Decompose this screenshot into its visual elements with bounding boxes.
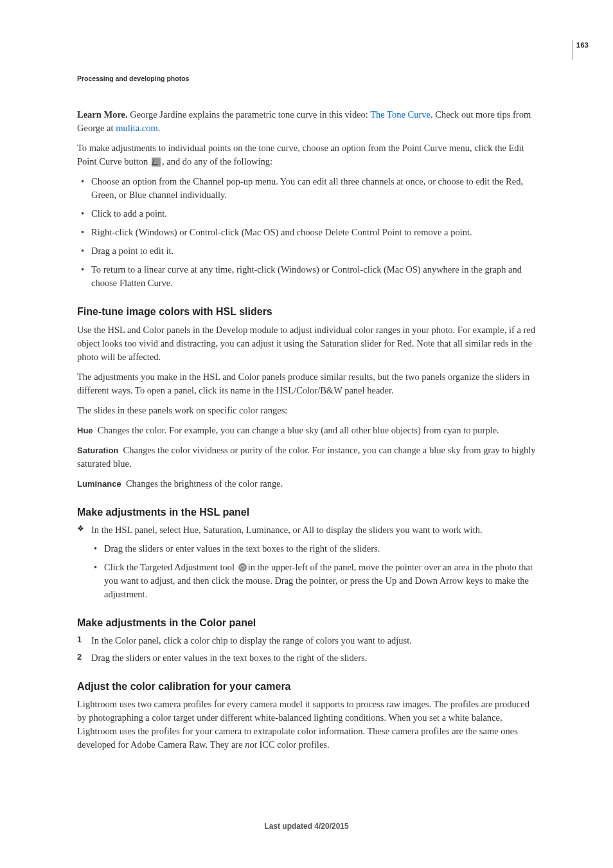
list-item: In the HSL panel, select Hue, Saturation… (77, 523, 536, 537)
color-panel-heading: Make adjustments in the Color panel (77, 615, 536, 630)
hsl-panel-sub-bullets: Drag the sliders or enter values in the … (90, 542, 536, 601)
def-desc-luminance: Changes the brightness of the color rang… (126, 478, 283, 489)
def-desc-hue: Changes the color. For example, you can … (98, 425, 499, 435)
calibration-not: not (245, 739, 257, 750)
point-curve-intro: To make adjustments to individual points… (77, 141, 536, 168)
step-text: In the Color panel, click a color chip t… (91, 635, 412, 646)
page-number: 163 (572, 40, 589, 60)
def-term-saturation: Saturation (77, 446, 118, 455)
hsl-panel-steps: In the HSL panel, select Hue, Saturation… (77, 523, 536, 537)
mulita-link[interactable]: mulita.com (116, 123, 158, 133)
list-item: Choose an option from the Channel pop-up… (77, 175, 536, 202)
step-text: Drag the sliders or enter values in the … (91, 653, 367, 663)
step-number: 1 (77, 634, 82, 646)
hsl-p1: Use the HSL and Color panels in the Deve… (77, 323, 536, 364)
page-content: Processing and developing photos Learn M… (0, 0, 613, 752)
list-item: 2Drag the sliders or enter values in the… (77, 651, 536, 665)
breadcrumb: Processing and developing photos (77, 74, 536, 84)
learn-more-paragraph: Learn More. George Jardine explains the … (77, 108, 536, 135)
list-item: Drag the sliders or enter values in the … (90, 542, 536, 556)
color-panel-steps: 1In the Color panel, click a color chip … (77, 634, 536, 665)
step-number: 2 (77, 651, 82, 664)
def-desc-saturation: Changes the color vividness or purity of… (77, 445, 535, 469)
tone-curve-link[interactable]: The Tone Curve (370, 109, 431, 120)
targeted-adjustment-icon (238, 563, 247, 572)
list-item: Drag a point to edit it. (77, 244, 536, 258)
learn-more-label: Learn More. (77, 109, 128, 120)
def-hue: Hue Changes the color. For example, you … (77, 424, 536, 437)
def-term-hue: Hue (77, 426, 93, 435)
calibration-paragraph: Lightroom uses two camera profiles for e… (77, 698, 536, 752)
last-updated-footer: Last updated 4/20/2015 (0, 821, 613, 832)
calibration-text-after: ICC color profiles. (257, 739, 330, 750)
hsl-heading: Fine-tune image colors with HSL sliders (77, 304, 536, 319)
point-curve-text-before: To make adjustments to individual points… (77, 143, 524, 167)
hsl-p3: The slides in these panels work on speci… (77, 404, 536, 417)
def-term-luminance: Luminance (77, 479, 121, 489)
list-item: To return to a linear curve at any time,… (77, 263, 536, 290)
def-saturation: Saturation Changes the color vividness o… (77, 444, 536, 471)
list-item: Click to add a point. (77, 207, 536, 221)
edit-point-curve-icon (152, 158, 161, 167)
learn-more-text-3: . (158, 123, 161, 133)
def-luminance: Luminance Changes the brightness of the … (77, 477, 536, 491)
list-item: Click the Targeted Adjustment tool in th… (90, 561, 536, 601)
targeted-adjust-before: Click the Targeted Adjustment tool (104, 562, 237, 572)
hsl-p2: The adjustments you make in the HSL and … (77, 370, 536, 397)
point-curve-text-after: , and do any of the following: (162, 156, 272, 167)
list-item: Right-click (Windows) or Control-click (… (77, 226, 536, 239)
point-curve-bullets: Choose an option from the Channel pop-up… (77, 175, 536, 290)
hsl-panel-heading: Make adjustments in the HSL panel (77, 505, 536, 520)
calibration-heading: Adjust the color calibration for your ca… (77, 679, 536, 694)
learn-more-text-1: George Jardine explains the parametric t… (128, 109, 371, 120)
list-item: 1In the Color panel, click a color chip … (77, 634, 536, 647)
